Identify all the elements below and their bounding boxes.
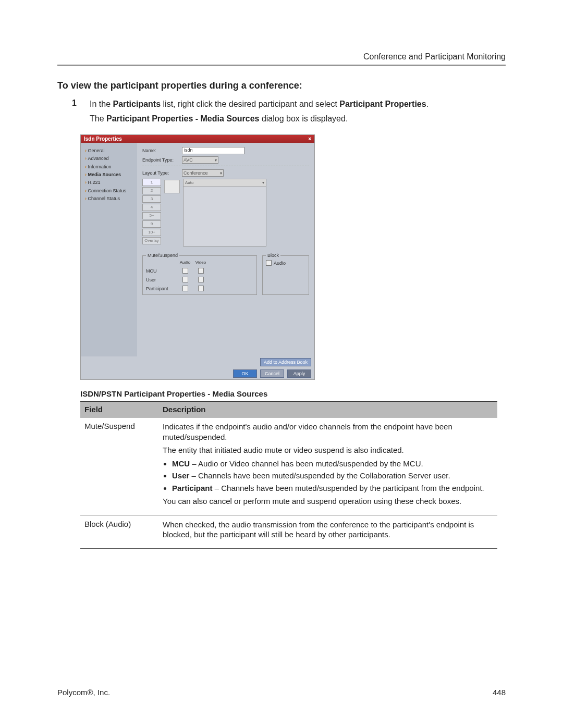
ms-row-label: Participant <box>146 286 177 291</box>
block-audio-label: Audio <box>274 261 286 266</box>
step1-text-c: list, right click the desired participan… <box>161 100 339 108</box>
slot-buttons: 12345+910+Overlay <box>142 179 161 246</box>
step2-text-c: dialog box is displayed. <box>259 114 348 123</box>
step1-text-e: . <box>426 100 429 108</box>
endpoint-type-label: Endpoint Type: <box>142 157 179 163</box>
name-input[interactable]: isdn <box>182 147 244 154</box>
step-number: 1 <box>72 98 79 127</box>
ms-video-checkbox[interactable] <box>198 277 204 282</box>
th-field: Field <box>80 402 158 417</box>
ms-audio-checkbox[interactable] <box>182 268 188 274</box>
ok-button[interactable]: OK <box>233 369 257 378</box>
ms-video-checkbox[interactable] <box>198 268 204 274</box>
apply-button[interactable]: Apply <box>287 369 311 378</box>
step1-bold-pp: Participant Properties <box>339 100 426 108</box>
cell-description: When checked, the audio transmission fro… <box>158 515 497 548</box>
name-label: Name: <box>142 148 179 153</box>
slot-button[interactable]: 3 <box>142 195 161 203</box>
endpoint-type-value: AVC <box>183 157 193 163</box>
slot-button[interactable]: Overlay <box>142 237 161 244</box>
ms-row-label: MCU <box>146 268 177 274</box>
cell-field: Block (Audio) <box>80 515 158 548</box>
slot-button[interactable]: 10+ <box>142 229 161 236</box>
mute-suspend-legend: Mute/Suspend <box>146 253 179 258</box>
dialog-nav: GeneralAdvancedInformationMedia SourcesH… <box>81 143 137 356</box>
block-legend: Block <box>266 253 280 258</box>
dialog-footer: Add to Address Book OK Cancel Apply <box>81 356 314 379</box>
dialog-main: Name: isdn Endpoint Type: AVC Layout Typ… <box>137 143 314 356</box>
ms-audio-header: Audio <box>177 260 193 265</box>
table-row: Mute/Suspend Indicates if the endpoint's… <box>80 417 497 515</box>
desc-bold: Participant <box>172 484 213 492</box>
desc-p: The entity that initiated audio mute or … <box>163 445 493 455</box>
layout-source-select[interactable]: Auto <box>183 179 266 187</box>
dialog-nav-item[interactable]: Information <box>85 163 135 171</box>
ms-audio-checkbox[interactable] <box>182 286 188 291</box>
desc-bold: MCU <box>172 459 190 468</box>
footer-company: Polycom®, Inc. <box>57 688 110 697</box>
desc-p: You can also cancel or perform mute and … <box>163 496 493 507</box>
step2-text-a: The <box>90 114 106 123</box>
ms-audio-checkbox[interactable] <box>182 277 188 282</box>
footer-page: 448 <box>493 688 506 697</box>
slot-button[interactable]: 4 <box>142 204 161 211</box>
block-audio-checkbox[interactable] <box>266 260 272 266</box>
slot-button[interactable]: 5+ <box>142 212 161 219</box>
properties-table: Field Description Mute/Suspend Indicates… <box>80 401 497 549</box>
dialog-nav-item[interactable]: Media Sources <box>85 171 135 179</box>
endpoint-type-select[interactable]: AVC <box>182 156 218 164</box>
desc-p: Indicates if the endpoint's audio and/or… <box>163 422 493 442</box>
isdn-properties-dialog: Isdn Properties × GeneralAdvancedInforma… <box>80 134 315 380</box>
layout-type-label: Layout Type: <box>142 170 179 176</box>
layout-source-value: Auto <box>185 180 193 185</box>
layout-type-select[interactable]: Conference <box>182 169 224 177</box>
slot-button[interactable]: 9 <box>142 220 161 228</box>
dialog-nav-item[interactable]: Connection Status <box>85 187 135 195</box>
header-rule <box>57 65 506 66</box>
mute-suspend-group: Mute/Suspend AudioVideoMCUUserParticipan… <box>142 253 257 295</box>
desc-text: – Audio or Video channel has been muted/… <box>190 459 423 468</box>
cell-field: Mute/Suspend <box>80 417 158 515</box>
table-row: Block (Audio) When checked, the audio tr… <box>80 515 497 548</box>
desc-text: – Channels have been muted/suspended by … <box>189 471 450 480</box>
dialog-nav-item[interactable]: General <box>85 147 135 155</box>
cell-description: Indicates if the endpoint's audio and/or… <box>158 417 497 515</box>
ms-video-checkbox[interactable] <box>198 286 204 291</box>
step-body: In the Participants list, right click th… <box>90 98 429 127</box>
desc-bold: User <box>172 471 189 480</box>
dialog-close-icon[interactable]: × <box>308 136 311 142</box>
step1-text-a: In the <box>90 100 113 108</box>
layout-type-value: Conference <box>183 170 208 176</box>
layout-thumbnail[interactable] <box>164 180 180 193</box>
desc-text: – Channels have been muted/suspended by … <box>213 484 484 492</box>
dialog-title: Isdn Properties <box>84 136 122 142</box>
step1-bold-participants: Participants <box>113 100 161 108</box>
dialog-nav-item[interactable]: Advanced <box>85 155 135 163</box>
block-group: Block Audio <box>262 253 309 295</box>
page-heading: To view the participant properties durin… <box>57 80 506 91</box>
desc-p: When checked, the audio transmission fro… <box>163 520 493 540</box>
th-description: Description <box>158 402 497 417</box>
ms-row-label: User <box>146 277 177 282</box>
layout-preview: Auto <box>183 179 266 246</box>
step2-bold: Participant Properties - Media Sources <box>106 114 259 123</box>
slot-button[interactable]: 1 <box>142 179 161 186</box>
slot-button[interactable]: 2 <box>142 187 161 194</box>
dialog-nav-item[interactable]: H.221 <box>85 179 135 187</box>
header-section: Conference and Participant Monitoring <box>57 52 506 61</box>
cancel-button[interactable]: Cancel <box>260 369 284 378</box>
ms-video-header: Video <box>193 260 209 265</box>
table-caption: ISDN/PSTN Participant Properties - Media… <box>80 389 506 398</box>
add-to-address-book-button[interactable]: Add to Address Book <box>260 358 311 366</box>
dialog-nav-item[interactable]: Channel Status <box>85 195 135 203</box>
